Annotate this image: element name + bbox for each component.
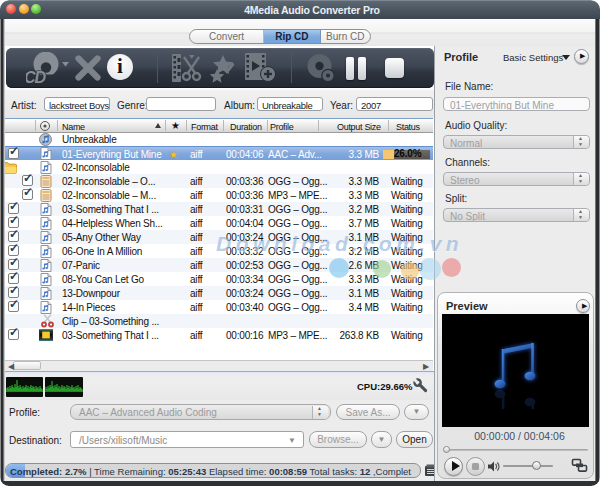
svg-text:CD: CD: [26, 69, 47, 84]
